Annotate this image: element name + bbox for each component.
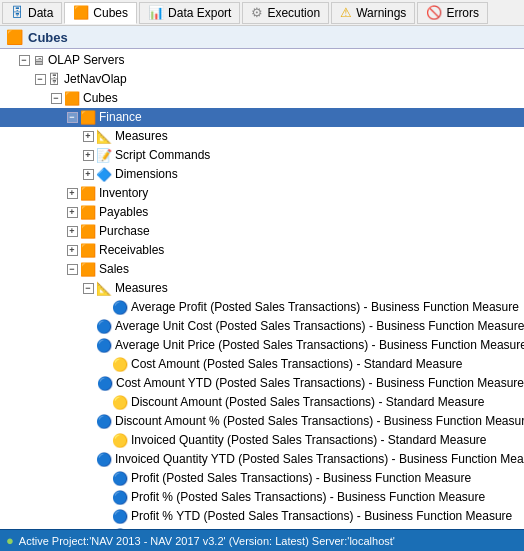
- expander-jetnavolap[interactable]: −: [32, 72, 48, 88]
- tree-node-m11[interactable]: 🔵Profit % (Posted Sales Transactions) - …: [0, 488, 524, 507]
- tree-node-m6[interactable]: 🟡Discount Amount (Posted Sales Transacti…: [0, 393, 524, 412]
- tree-node-olap[interactable]: − 🖥 OLAP Servers: [0, 51, 524, 70]
- expander-payables[interactable]: +: [64, 205, 80, 221]
- m1-icon: 🔵: [112, 299, 128, 316]
- expander-script[interactable]: +: [80, 148, 96, 164]
- expander-receivables[interactable]: +: [64, 243, 80, 259]
- tab-cubes-label: Cubes: [93, 6, 128, 20]
- tree-node-m4[interactable]: 🟡Cost Amount (Posted Sales Transactions)…: [0, 355, 524, 374]
- expander-sales[interactable]: −: [64, 262, 80, 278]
- node-m10-label: Profit (Posted Sales Transactions) - Bus…: [131, 470, 471, 487]
- m10-icon: 🔵: [112, 470, 128, 487]
- m5-icon: 🔵: [97, 375, 113, 392]
- tab-data-label: Data: [28, 6, 53, 20]
- tab-export[interactable]: 📊 Data Export: [139, 2, 240, 24]
- tab-warnings[interactable]: ⚠ Warnings: [331, 2, 415, 24]
- tree-node-measures-sales[interactable]: − 📐 Measures: [0, 279, 524, 298]
- toolbar: 🗄 Data 🟧 Cubes 📊 Data Export ⚙ Execution…: [0, 0, 524, 26]
- m7-icon: 🔵: [96, 413, 112, 430]
- expander-purchase[interactable]: +: [64, 224, 80, 240]
- status-bar: ● Active Project:'NAV 2013 - NAV 2017 v3…: [0, 529, 524, 551]
- tab-warnings-label: Warnings: [356, 6, 406, 20]
- tree-node-m9[interactable]: 🔵Invoiced Quantity YTD (Posted Sales Tra…: [0, 450, 524, 469]
- node-dim-label: Dimensions: [115, 166, 178, 183]
- tree-node-m2[interactable]: 🔵Average Unit Cost (Posted Sales Transac…: [0, 317, 524, 336]
- execution-icon: ⚙: [251, 5, 263, 20]
- m6-icon: 🟡: [112, 394, 128, 411]
- tree-node-m1[interactable]: 🔵Average Profit (Posted Sales Transactio…: [0, 298, 524, 317]
- node-finance-label: Finance: [99, 109, 142, 126]
- node-jet-label: JetNavOlap: [64, 71, 127, 88]
- node-measures-s-label: Measures: [115, 280, 168, 297]
- expander-inventory[interactable]: +: [64, 186, 80, 202]
- tab-data[interactable]: 🗄 Data: [2, 2, 62, 24]
- expander-finance[interactable]: −: [64, 110, 80, 126]
- finance-icon: 🟧: [80, 109, 96, 126]
- node-m4-label: Cost Amount (Posted Sales Transactions) …: [131, 356, 463, 373]
- status-icon: ●: [6, 533, 14, 548]
- node-m5-label: Cost Amount YTD (Posted Sales Transactio…: [116, 375, 524, 392]
- m9-icon: 🔵: [96, 451, 112, 468]
- tree-node-sales[interactable]: − 🟧 Sales: [0, 260, 524, 279]
- tree-node-m5[interactable]: 🔵Cost Amount YTD (Posted Sales Transacti…: [0, 374, 524, 393]
- cubes-folder-icon: 🟧: [64, 90, 80, 107]
- node-m12-label: Profit % YTD (Posted Sales Transactions)…: [131, 508, 512, 525]
- tab-errors-label: Errors: [446, 6, 479, 20]
- m4-icon: 🟡: [112, 356, 128, 373]
- expander-dim[interactable]: +: [80, 167, 96, 183]
- tree-node-m12[interactable]: 🔵Profit % YTD (Posted Sales Transactions…: [0, 507, 524, 526]
- m8-icon: 🟡: [112, 432, 128, 449]
- panel-header: 🟧 Cubes: [0, 26, 524, 49]
- tree-node-jetnavolap[interactable]: − 🗄 JetNavOlap: [0, 70, 524, 89]
- node-script-label: Script Commands: [115, 147, 210, 164]
- payables-icon: 🟧: [80, 204, 96, 221]
- expander-measures-f[interactable]: +: [80, 129, 96, 145]
- measure-items-container: 🔵Average Profit (Posted Sales Transactio…: [0, 298, 524, 529]
- m3-icon: 🔵: [96, 337, 112, 354]
- measure-icon-f: 📐: [96, 128, 112, 145]
- node-payables-label: Payables: [99, 204, 148, 221]
- m13-icon: 🔵: [112, 527, 128, 529]
- receivables-icon: 🟧: [80, 242, 96, 259]
- measure-icon-s: 📐: [96, 280, 112, 297]
- node-m2-label: Average Unit Cost (Posted Sales Transact…: [115, 318, 524, 335]
- tab-errors[interactable]: 🚫 Errors: [417, 2, 488, 24]
- warnings-icon: ⚠: [340, 5, 352, 20]
- tree-node-m7[interactable]: 🔵Discount Amount % (Posted Sales Transac…: [0, 412, 524, 431]
- tree-node-payables[interactable]: + 🟧 Payables: [0, 203, 524, 222]
- node-m11-label: Profit % (Posted Sales Transactions) - B…: [131, 489, 485, 506]
- tab-cubes[interactable]: 🟧 Cubes: [64, 2, 137, 24]
- expander-measures-s[interactable]: −: [80, 281, 96, 297]
- inventory-icon: 🟧: [80, 185, 96, 202]
- tree-node-m8[interactable]: 🟡Invoiced Quantity (Posted Sales Transac…: [0, 431, 524, 450]
- node-m8-label: Invoiced Quantity (Posted Sales Transact…: [131, 432, 487, 449]
- tree-node-finance[interactable]: − 🟧 Finance: [0, 108, 524, 127]
- panel-header-label: Cubes: [28, 30, 68, 45]
- m12-icon: 🔵: [112, 508, 128, 525]
- script-icon: 📝: [96, 147, 112, 164]
- tab-execution-label: Execution: [267, 6, 320, 20]
- tree-node-cubes-folder[interactable]: − 🟧 Cubes: [0, 89, 524, 108]
- tree-node-script[interactable]: + 📝 Script Commands: [0, 146, 524, 165]
- tree-node-m3[interactable]: 🔵Average Unit Price (Posted Sales Transa…: [0, 336, 524, 355]
- tree-node-dimensions[interactable]: + 🔷 Dimensions: [0, 165, 524, 184]
- tree-node-m13[interactable]: 🔵Profit YTD (Posted Sales Transactions) …: [0, 526, 524, 529]
- expander-olap[interactable]: −: [16, 53, 32, 69]
- node-purchase-label: Purchase: [99, 223, 150, 240]
- tree-node-purchase[interactable]: + 🟧 Purchase: [0, 222, 524, 241]
- tree-node-receivables[interactable]: + 🟧 Receivables: [0, 241, 524, 260]
- tab-execution[interactable]: ⚙ Execution: [242, 2, 329, 24]
- node-receivables-label: Receivables: [99, 242, 164, 259]
- cubes-icon: 🟧: [73, 5, 89, 20]
- tree-node-m10[interactable]: 🔵Profit (Posted Sales Transactions) - Bu…: [0, 469, 524, 488]
- tree-node-inventory[interactable]: + 🟧 Inventory: [0, 184, 524, 203]
- tree-node-measures-finance[interactable]: + 📐 Measures: [0, 127, 524, 146]
- expander-cubes[interactable]: −: [48, 91, 64, 107]
- node-m9-label: Invoiced Quantity YTD (Posted Sales Tran…: [115, 451, 524, 468]
- tree-area[interactable]: − 🖥 OLAP Servers − 🗄 JetNavOlap − 🟧 Cube…: [0, 49, 524, 529]
- node-m7-label: Discount Amount % (Posted Sales Transact…: [115, 413, 524, 430]
- m2-icon: 🔵: [96, 318, 112, 335]
- node-cubes-label: Cubes: [83, 90, 118, 107]
- node-m6-label: Discount Amount (Posted Sales Transactio…: [131, 394, 485, 411]
- status-text: Active Project:'NAV 2013 - NAV 2017 v3.2…: [19, 535, 395, 547]
